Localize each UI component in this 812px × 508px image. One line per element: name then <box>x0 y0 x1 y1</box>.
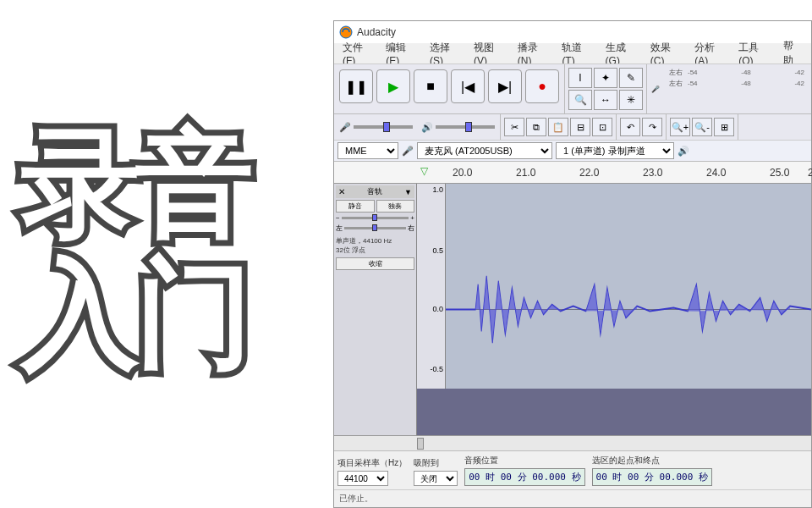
app-icon <box>339 25 353 39</box>
zoom-in-button[interactable]: 🔍+ <box>670 118 690 136</box>
playback-volume-slider[interactable] <box>436 125 495 129</box>
edit-tools: ✂ ⧉ 📋 ⊟ ⊡ <box>501 114 617 140</box>
multi-tool[interactable]: ✳ <box>619 90 643 110</box>
waveform-area[interactable]: 1.0 0.5 0.0 -0.5 -1.0 <box>417 184 811 435</box>
play-button[interactable]: ▶ <box>376 69 410 103</box>
empty-track-area <box>417 389 811 435</box>
undo-button[interactable]: ↶ <box>620 118 640 136</box>
recording-volume-slider[interactable] <box>354 125 413 129</box>
playhead-marker[interactable]: ▽ <box>420 165 428 177</box>
zoom-tools: 🔍+ 🔍- ⊞ <box>667 114 738 140</box>
timeline-ruler[interactable]: ▽ 20.0 21.0 22.0 23.0 24.0 25.0 26.0 <box>334 162 811 184</box>
pan-slider[interactable] <box>344 227 406 229</box>
transport-controls: ❚❚ ▶ ■ |◀ ▶| ● <box>334 64 565 113</box>
redo-button[interactable]: ↷ <box>642 118 662 136</box>
toolbar-area: ❚❚ ▶ ■ |◀ ▶| ● I ✦ ✎ 🔍 ↔ ✳ 🎤 左右 -5 <box>334 64 811 141</box>
menubar: 文件(F) 编辑(E) 选择(S) 视图(V) 播录(N) 轨道(T) 生成(G… <box>334 43 811 64</box>
silence-button[interactable]: ⊡ <box>592 118 612 136</box>
playback-meter[interactable]: 左右 -54 -48 -42 <box>669 79 806 88</box>
selection-start-display[interactable]: 00 时 00 分 00.000 秒 <box>592 468 712 486</box>
track-format-info: 单声道，44100 Hz 32位 浮点 <box>336 236 414 255</box>
gain-slider[interactable] <box>342 217 409 219</box>
track-name: 音轨 <box>367 186 382 197</box>
collapse-button[interactable]: 收缩 <box>336 257 414 270</box>
window-title: Audacity <box>357 26 396 38</box>
device-toolbar: MME 🎤 麦克风 (AT2005USB) 1 (单声道) 录制声道 🔊 <box>334 141 811 162</box>
scrollbar-thumb[interactable] <box>417 438 424 450</box>
mic-icon: 🎤 <box>339 122 351 133</box>
horizontal-scrollbar[interactable] <box>334 435 811 450</box>
envelope-tool[interactable]: ✦ <box>594 68 617 88</box>
meters-panel: 左右 -54 -48 -42 左右 -54 -48 -42 <box>664 64 811 113</box>
track-control-panel: ✕ 音轨 ▼ 静音 独奏 −+ 左右 单声道，44100 Hz 32位 浮点 收… <box>334 184 417 435</box>
mic-device-icon: 🎤 <box>402 146 414 157</box>
speaker-device-icon: 🔊 <box>678 146 689 157</box>
timeshift-tool[interactable]: ↔ <box>594 90 617 110</box>
title-line2: 入门 <box>21 249 250 379</box>
paste-button[interactable]: 📋 <box>548 118 568 136</box>
svg-point-0 <box>340 26 352 38</box>
snap-select[interactable]: 关闭 <box>414 471 458 486</box>
title-line1: 录音 <box>21 119 250 249</box>
zoom-out-button[interactable]: 🔍- <box>692 118 712 136</box>
speaker-icon: 🔊 <box>421 122 433 133</box>
copy-button[interactable]: ⧉ <box>526 118 546 136</box>
audacity-window: Audacity 文件(F) 编辑(E) 选择(S) 视图(V) 播录(N) 轨… <box>333 20 812 508</box>
audio-position-label: 音频位置 <box>464 455 584 467</box>
sample-rate-select[interactable]: 44100 <box>337 471 388 486</box>
track-menu-button[interactable]: ▼ <box>404 188 412 196</box>
zoom-tool[interactable]: 🔍 <box>568 90 592 110</box>
solo-button[interactable]: 独奏 <box>376 200 415 213</box>
overlay-title: 录音 入门 <box>21 119 250 379</box>
skip-start-button[interactable]: |◀ <box>451 69 485 103</box>
status-area: 项目采样率（Hz） 44100 吸附到 关闭 音频位置 00 时 00 分 00… <box>334 450 811 507</box>
skip-end-button[interactable]: ▶| <box>488 69 522 103</box>
mic-meter-icon: 🎤 <box>647 64 664 113</box>
cut-button[interactable]: ✂ <box>504 118 524 136</box>
track-close-button[interactable]: ✕ <box>338 187 345 196</box>
undo-tools: ↶ ↷ <box>617 114 667 140</box>
audio-host-select[interactable]: MME <box>337 142 398 159</box>
volume-sliders: 🎤 🔊 <box>334 114 501 140</box>
audio-position-display[interactable]: 00 时 00 分 00.000 秒 <box>464 468 584 486</box>
draw-tool[interactable]: ✎ <box>619 68 643 88</box>
trim-button[interactable]: ⊟ <box>570 118 590 136</box>
zoom-fit-button[interactable]: ⊞ <box>714 118 734 136</box>
recording-meter[interactable]: 左右 -54 -48 -42 <box>669 68 806 77</box>
recording-device-select[interactable]: 麦克风 (AT2005USB) <box>417 142 552 159</box>
channels-select[interactable]: 1 (单声道) 录制声道 <box>556 142 674 159</box>
selection-label: 选区的起点和终点 <box>592 455 712 467</box>
mute-button[interactable]: 静音 <box>336 200 375 213</box>
tracks-area: ✕ 音轨 ▼ 静音 独奏 −+ 左右 单声道，44100 Hz 32位 浮点 收… <box>334 184 811 435</box>
sample-rate-label: 项目采样率（Hz） <box>337 457 407 469</box>
selection-tool[interactable]: I <box>568 68 592 88</box>
stop-button[interactable]: ■ <box>414 69 447 103</box>
record-button[interactable]: ● <box>525 69 559 103</box>
tools-grid: I ✦ ✎ 🔍 ↔ ✳ <box>565 64 647 113</box>
status-text: 已停止。 <box>334 490 811 507</box>
pause-button[interactable]: ❚❚ <box>339 69 373 103</box>
snap-label: 吸附到 <box>414 457 458 469</box>
